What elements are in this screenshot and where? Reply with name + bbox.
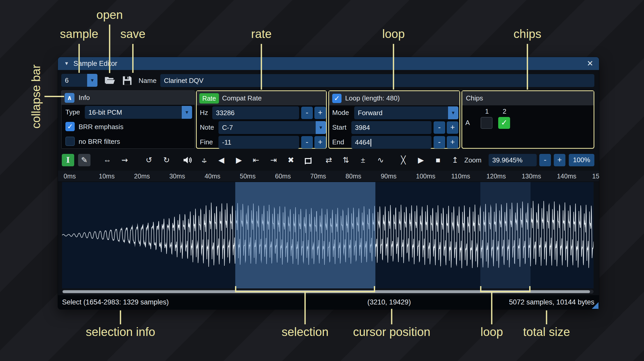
window-title: Sample Editor [73, 57, 117, 70]
window-collapse-icon[interactable]: ▼ [64, 57, 69, 70]
zoom-reset-button[interactable]: 100% [569, 154, 594, 166]
fine-increase-button[interactable]: + [314, 136, 326, 148]
loop-start-decrease-button[interactable]: - [434, 121, 445, 134]
check-icon: ✓ [501, 118, 507, 127]
waveform-view[interactable] [62, 182, 594, 288]
filter-button[interactable]: ∿ [374, 154, 387, 166]
insert-silence-icon: ⇤ [253, 156, 259, 164]
annotation-selection-line [305, 292, 306, 324]
sign-button[interactable]: ± [357, 154, 369, 166]
time-ruler: 0ms10ms20ms30ms40ms50ms60ms70ms80ms90ms1… [58, 171, 599, 182]
delete-button[interactable]: ✖ [285, 154, 297, 166]
zoom-decrease-button[interactable]: - [539, 154, 551, 166]
reverse-button[interactable]: ⇄ [323, 154, 335, 166]
annotation-loop-label: loop [382, 27, 405, 41]
chevron-down-icon[interactable]: ▼ [87, 74, 97, 87]
ruler-time-label: 100ms [416, 171, 435, 182]
preview-stop-button[interactable]: ■ [432, 154, 444, 166]
chevron-down-icon[interactable]: ▼ [448, 106, 458, 119]
normalize-button[interactable]: ↔ ↕ [198, 154, 210, 166]
chip-2-checkbox[interactable]: ✓ [498, 117, 510, 129]
insert-silence-button[interactable]: ⇤ [250, 154, 262, 166]
ruler-time-label: 60ms [275, 171, 291, 182]
loop-end-input[interactable]: 4464 [351, 136, 431, 149]
hz-decrease-button[interactable]: - [301, 107, 313, 119]
annotation-selection-info-line [120, 310, 121, 324]
save-sample-button[interactable] [121, 74, 133, 87]
ruler-time-label: 150ms [592, 171, 599, 182]
filter-wave-icon: ∿ [377, 156, 384, 164]
edit-mode-select-button[interactable]: I [62, 154, 74, 166]
note-combo[interactable]: C-7 ▼ [218, 121, 326, 134]
collapse-section-button[interactable]: ∧ [65, 93, 74, 103]
preview-play-button[interactable]: ▶ [415, 154, 427, 166]
sample-number-combo[interactable]: 6 ▼ [61, 74, 97, 87]
loop-mode-combo[interactable]: Forward ▼ [354, 106, 458, 119]
brr-emphasis-label: BRR emphasis [79, 120, 123, 134]
invert-icon: ⇅ [343, 156, 349, 164]
annotation-collapse-bar-label: collapse bar [29, 65, 43, 129]
no-brr-filters-checkbox[interactable] [65, 137, 75, 146]
chips-section-title: Chips [466, 91, 483, 105]
ruler-time-label: 70ms [310, 171, 326, 182]
invert-button[interactable]: ⇅ [340, 154, 352, 166]
name-input[interactable]: Clarinet DQV [160, 74, 594, 87]
resize-button[interactable]: ⇔ [101, 154, 113, 166]
fine-label: Fine [200, 135, 213, 150]
chip-1-checkbox[interactable] [481, 117, 493, 129]
undo-button[interactable]: ↺ [143, 154, 155, 166]
ruler-time-label: 0ms [64, 171, 76, 182]
total-size-text: 5072 samples, 10144 bytes [509, 295, 594, 309]
speaker-volume-icon [183, 158, 192, 167]
chip-column-2-label: 2 [498, 105, 511, 117]
redo-button[interactable]: ↻ [160, 154, 173, 166]
loop-start-input[interactable]: 3984 [351, 121, 431, 134]
redo-icon: ↻ [163, 156, 170, 164]
rate-badge-button[interactable]: Rate [199, 93, 219, 104]
apply-silence-button[interactable]: ⇥ [267, 154, 280, 166]
loop-start-increase-button[interactable]: + [447, 121, 458, 134]
zoom-input[interactable]: 39.9645% [489, 154, 537, 166]
pencil-icon: ✎ [81, 156, 87, 164]
fade-in-button[interactable]: ◀ [215, 154, 228, 166]
fade-out-icon: ▶ [236, 156, 242, 164]
create-instrument-button[interactable]: ↥ [449, 154, 461, 166]
annotation-save-label: save [120, 27, 145, 41]
fade-in-icon: ◀ [218, 156, 224, 164]
hz-increase-button[interactable]: + [314, 107, 326, 119]
loop-enable-checkbox[interactable]: ✓ [332, 94, 342, 103]
close-icon[interactable]: ✕ [587, 57, 593, 70]
loop-region-overlay [480, 182, 531, 288]
rate-section-title: Compat Rate [222, 91, 262, 105]
window-titlebar[interactable]: ▼ Sample Editor ✕ [58, 57, 599, 70]
annotation-chips-label: chips [513, 27, 541, 41]
sample-type-combo[interactable]: 16-bit PCM ▼ [85, 106, 192, 119]
amplify-button[interactable] [181, 154, 194, 166]
annotation-total-size-line [546, 310, 547, 324]
ruler-time-label: 20ms [134, 171, 150, 182]
open-sample-button[interactable] [103, 74, 116, 87]
loop-end-increase-button[interactable]: + [447, 136, 458, 148]
fade-out-button[interactable]: ▶ [233, 154, 245, 166]
brr-emphasis-checkbox[interactable]: ✓ [65, 122, 75, 131]
chevron-down-icon[interactable]: ▼ [182, 106, 192, 119]
annotation-selection-info-label: selection info [86, 325, 155, 339]
ruler-time-label: 80ms [345, 171, 361, 182]
chips-header: Chips [462, 91, 594, 105]
hz-label: Hz [200, 105, 208, 120]
selection-info-text: Select (1654-2983: 1329 samples) [62, 295, 169, 309]
sample-number-value: 6 [61, 74, 87, 87]
fine-decrease-button[interactable]: - [301, 136, 313, 148]
crossfade-loop-points-button[interactable]: ╳ [397, 154, 410, 166]
annotation-sample-line [79, 44, 80, 73]
edit-mode-draw-button[interactable]: ✎ [78, 154, 90, 166]
loop-end-decrease-button[interactable]: - [434, 136, 445, 148]
zoom-increase-button[interactable]: + [554, 154, 565, 166]
window-resize-grip[interactable] [592, 302, 598, 309]
fine-input[interactable]: -11 [218, 136, 299, 149]
chevron-down-icon[interactable]: ▼ [316, 121, 326, 134]
annotation-cursor-position-label: cursor position [353, 325, 430, 339]
trim-button[interactable] [302, 154, 314, 166]
resample-button[interactable]: ⇝ [118, 154, 131, 166]
hz-input[interactable]: 33286 [212, 106, 299, 119]
